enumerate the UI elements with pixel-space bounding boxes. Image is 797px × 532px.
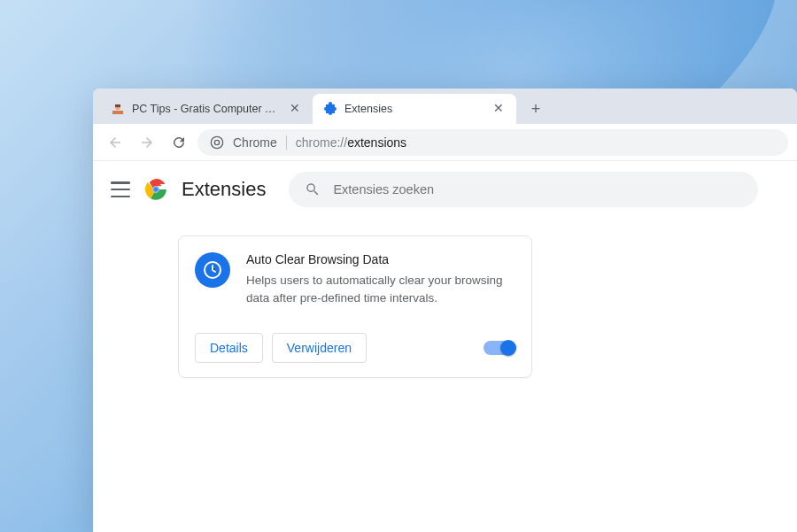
extension-card: Auto Clear Browsing Data Helps users to … (178, 235, 532, 378)
back-button[interactable] (102, 129, 128, 156)
tab-title: Extensies (344, 103, 484, 115)
new-tab-button[interactable]: + (523, 96, 548, 121)
browser-tab-active[interactable]: Extensies ✕ (313, 94, 516, 124)
chrome-icon (210, 135, 224, 150)
chrome-logo-icon (144, 178, 167, 201)
close-icon[interactable]: ✕ (288, 102, 302, 116)
forward-button[interactable] (134, 129, 160, 156)
enable-toggle[interactable] (484, 341, 515, 355)
close-icon[interactable]: ✕ (491, 102, 506, 116)
browser-tab-inactive[interactable]: PC Tips - Gratis Computer Tips, i… ✕ (100, 94, 313, 124)
omnibox-url: chrome://extensions (296, 135, 406, 150)
svg-rect-0 (112, 111, 123, 114)
search-input[interactable] (333, 182, 742, 197)
svg-point-3 (211, 136, 222, 148)
extension-description: Helps users to automatically clear your … (246, 272, 515, 308)
reload-button[interactable] (166, 129, 192, 156)
omnibox-prefix: Chrome (233, 135, 277, 150)
tab-strip: PC Tips - Gratis Computer Tips, i… ✕ Ext… (93, 89, 797, 124)
svg-rect-2 (115, 104, 120, 107)
separator (286, 135, 287, 150)
extensions-header: Extensies (93, 161, 797, 218)
browser-toolbar: Chrome chrome://extensions (93, 124, 797, 161)
details-button[interactable]: Details (195, 333, 263, 363)
browser-window: PC Tips - Gratis Computer Tips, i… ✕ Ext… (93, 89, 797, 532)
toggle-knob (500, 340, 516, 356)
search-icon (305, 181, 321, 197)
tab-title: PC Tips - Gratis Computer Tips, i… (132, 103, 281, 115)
svg-point-4 (214, 140, 219, 144)
menu-icon[interactable] (111, 181, 130, 197)
extension-icon (323, 102, 337, 116)
favicon-pctips (111, 102, 125, 116)
extension-name: Auto Clear Browsing Data (246, 252, 515, 266)
address-bar[interactable]: Chrome chrome://extensions (197, 129, 788, 156)
clock-icon (195, 252, 230, 288)
remove-button[interactable]: Verwijderen (272, 333, 367, 363)
search-box[interactable] (289, 172, 758, 207)
page-content: Extensies Auto Clear Browsing Data Helps… (93, 161, 797, 532)
page-title: Extensies (182, 178, 266, 201)
extensions-grid: Auto Clear Browsing Data Helps users to … (93, 218, 797, 378)
